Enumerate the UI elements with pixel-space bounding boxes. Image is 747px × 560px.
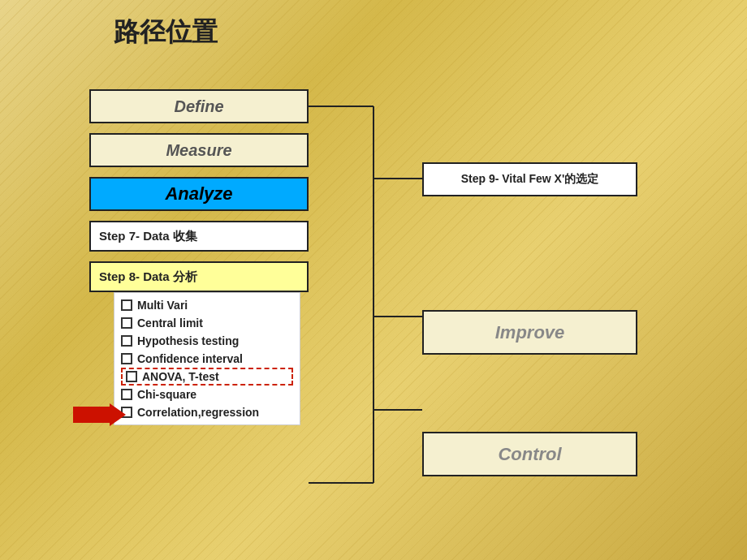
improve-box: Improve (422, 310, 637, 355)
list-item: Confidence interval (121, 350, 293, 368)
control-box: Control (422, 432, 637, 476)
list-item: Chi-square (121, 386, 293, 403)
item6-label: Chi-square (137, 388, 196, 401)
step9-label: Step 9- Vital Few X'的选定 (461, 172, 599, 187)
checkbox-1[interactable] (121, 299, 132, 311)
anova-item: ANOVA, T-test (121, 368, 293, 386)
define-box: Define (89, 89, 309, 123)
measure-label: Measure (166, 141, 231, 160)
checkbox-6[interactable] (121, 389, 132, 400)
list-item: Correlation,regression (121, 403, 293, 421)
step8-box: Step 8- Data 分析 (89, 261, 309, 292)
left-column: Define Measure Analyze Step 7- Data 收集 S… (89, 89, 329, 425)
control-label: Control (498, 444, 561, 465)
item2-label: Central limit (137, 317, 203, 330)
analyze-label: Analyze (165, 183, 232, 205)
item5-label: ANOVA, T-test (142, 370, 219, 383)
improve-label: Improve (495, 322, 565, 343)
list-item: Multi Vari (121, 296, 293, 314)
item4-label: Confidence interval (137, 352, 243, 365)
list-item: Central limit (121, 314, 293, 332)
right-column: Step 9- Vital Few X'的选定 Improve Control (422, 162, 637, 476)
checkbox-2[interactable] (121, 317, 132, 329)
checklist: Multi Vari Central limit Hypothesis test… (114, 292, 300, 425)
list-item: Hypothesis testing (121, 332, 293, 350)
checkbox-5[interactable] (126, 371, 137, 382)
analyze-box: Analyze (89, 177, 309, 211)
item1-label: Multi Vari (137, 299, 188, 312)
define-label: Define (174, 97, 223, 116)
step7-label: Step 7- Data 收集 (99, 229, 197, 244)
red-arrow (73, 403, 126, 429)
checkbox-4[interactable] (121, 353, 132, 364)
item3-label: Hypothesis testing (137, 334, 239, 347)
svg-marker-6 (73, 403, 126, 426)
step7-box: Step 7- Data 收集 (89, 221, 309, 252)
step9-box: Step 9- Vital Few X'的选定 (422, 162, 637, 196)
measure-box: Measure (89, 133, 309, 167)
page-title: 路径位置 (114, 15, 218, 50)
step8-label: Step 8- Data 分析 (99, 269, 197, 285)
checkbox-3[interactable] (121, 335, 132, 347)
item7-label: Correlation,regression (137, 406, 259, 419)
